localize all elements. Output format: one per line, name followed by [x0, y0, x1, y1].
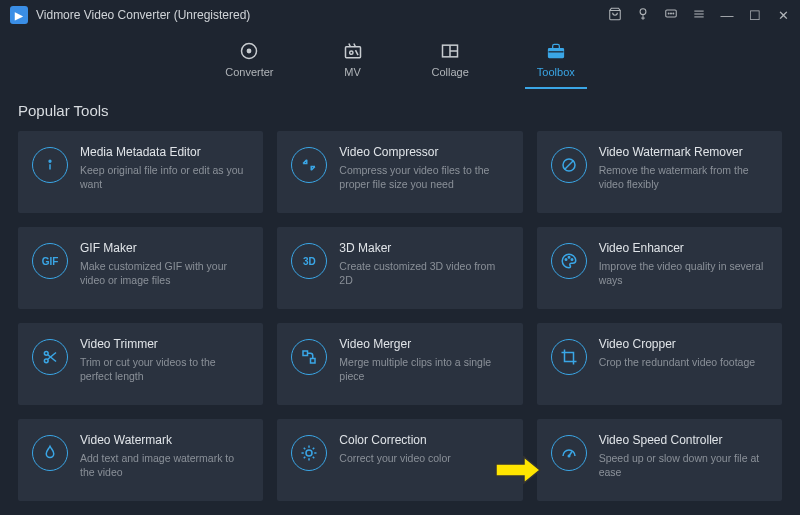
svg-rect-32: [311, 359, 316, 364]
window-title: Vidmore Video Converter (Unregistered): [36, 8, 608, 22]
tab-label: Converter: [225, 66, 273, 78]
svg-rect-31: [303, 351, 308, 356]
svg-point-6: [671, 12, 672, 13]
tab-label: Toolbox: [537, 66, 575, 78]
tab-toolbox[interactable]: Toolbox: [527, 36, 585, 88]
tool-desc: Merge multiple clips into a single piece: [339, 355, 508, 383]
palette-icon: [551, 243, 587, 279]
tool-desc: Keep original file info or edit as you w…: [80, 163, 249, 191]
tools-grid: Media Metadata EditorKeep original file …: [18, 131, 782, 501]
tool-title: Video Enhancer: [599, 241, 768, 255]
svg-point-12: [248, 49, 251, 52]
svg-rect-18: [548, 49, 563, 58]
svg-point-1: [640, 8, 646, 14]
tool-title: Video Trimmer: [80, 337, 249, 351]
svg-point-20: [49, 160, 51, 162]
nav-tabs: Converter MV Collage Toolbox: [0, 30, 800, 88]
tool-title: Color Correction: [339, 433, 508, 447]
svg-point-27: [44, 351, 48, 355]
tool-desc: Crop the redundant video footage: [599, 355, 768, 369]
tool-desc: Create customized 3D video from 2D: [339, 259, 508, 287]
speedometer-icon: [551, 435, 587, 471]
tool-desc: Speed up or slow down your file at ease: [599, 451, 768, 479]
minimize-button[interactable]: —: [720, 8, 734, 23]
tool-desc: Correct your video color: [339, 451, 508, 465]
tool-video-watermark-remover[interactable]: Video Watermark RemoverRemove the waterm…: [537, 131, 782, 213]
tool-desc: Improve the video quality in several way…: [599, 259, 768, 287]
converter-icon: [238, 40, 260, 62]
key-icon[interactable]: [636, 7, 650, 24]
tool-3d-maker[interactable]: 3D 3D MakerCreate customized 3D video fr…: [277, 227, 522, 309]
tool-video-speed-controller[interactable]: Video Speed ControllerSpeed up or slow d…: [537, 419, 782, 501]
menu-icon[interactable]: [692, 7, 706, 24]
svg-point-5: [668, 12, 669, 13]
svg-point-26: [571, 259, 573, 261]
collage-icon: [439, 40, 461, 62]
svg-point-25: [568, 257, 570, 259]
svg-point-28: [44, 359, 48, 363]
tab-label: Collage: [432, 66, 469, 78]
svg-point-7: [673, 12, 674, 13]
svg-point-33: [306, 450, 312, 456]
svg-point-24: [565, 259, 567, 261]
tool-video-cropper[interactable]: Video CropperCrop the redundant video fo…: [537, 323, 782, 405]
gif-icon: GIF: [32, 243, 68, 279]
tool-title: Media Metadata Editor: [80, 145, 249, 159]
tool-title: 3D Maker: [339, 241, 508, 255]
titlebar: ▶ Vidmore Video Converter (Unregistered)…: [0, 0, 800, 30]
crop-icon: [551, 339, 587, 375]
compress-icon: [291, 147, 327, 183]
tool-title: Video Watermark: [80, 433, 249, 447]
svg-line-23: [564, 161, 573, 170]
tab-converter[interactable]: Converter: [215, 36, 283, 88]
mv-icon: [342, 40, 364, 62]
chat-icon[interactable]: [664, 7, 678, 24]
tool-video-watermark[interactable]: Video WatermarkAdd text and image waterm…: [18, 419, 263, 501]
toolbox-icon: [545, 40, 567, 62]
tool-desc: Compress your video files to the proper …: [339, 163, 508, 191]
close-button[interactable]: ✕: [776, 8, 790, 23]
tool-video-trimmer[interactable]: Video TrimmerTrim or cut your videos to …: [18, 323, 263, 405]
cart-icon[interactable]: [608, 7, 622, 24]
tab-mv[interactable]: MV: [332, 36, 374, 88]
window-controls: — ☐ ✕: [608, 7, 790, 24]
app-logo-icon: ▶: [10, 6, 28, 24]
tool-color-correction[interactable]: Color CorrectionCorrect your video color: [277, 419, 522, 501]
tool-media-metadata-editor[interactable]: Media Metadata EditorKeep original file …: [18, 131, 263, 213]
tool-title: Video Speed Controller: [599, 433, 768, 447]
info-icon: [32, 147, 68, 183]
tool-title: Video Watermark Remover: [599, 145, 768, 159]
tool-video-merger[interactable]: Video MergerMerge multiple clips into a …: [277, 323, 522, 405]
tool-desc: Trim or cut your videos to the perfect l…: [80, 355, 249, 383]
tool-title: Video Merger: [339, 337, 508, 351]
watermark-icon: [32, 435, 68, 471]
section-title: Popular Tools: [18, 102, 782, 119]
tool-desc: Remove the watermark from the video flex…: [599, 163, 768, 191]
tool-gif-maker[interactable]: GIF GIF MakerMake customized GIF with yo…: [18, 227, 263, 309]
tool-title: Video Compressor: [339, 145, 508, 159]
watermark-remove-icon: [551, 147, 587, 183]
tool-title: GIF Maker: [80, 241, 249, 255]
3d-icon: 3D: [291, 243, 327, 279]
tab-label: MV: [344, 66, 361, 78]
svg-point-35: [568, 455, 570, 457]
tool-desc: Make customized GIF with your video or i…: [80, 259, 249, 287]
content: Popular Tools Media Metadata EditorKeep …: [0, 88, 800, 501]
svg-point-14: [349, 51, 352, 54]
tool-video-compressor[interactable]: Video CompressorCompress your video file…: [277, 131, 522, 213]
maximize-button[interactable]: ☐: [748, 8, 762, 23]
merge-icon: [291, 339, 327, 375]
tool-video-enhancer[interactable]: Video EnhancerImprove the video quality …: [537, 227, 782, 309]
tool-desc: Add text and image watermark to the vide…: [80, 451, 249, 479]
scissors-icon: [32, 339, 68, 375]
tool-title: Video Cropper: [599, 337, 768, 351]
color-icon: [291, 435, 327, 471]
tab-collage[interactable]: Collage: [422, 36, 479, 88]
